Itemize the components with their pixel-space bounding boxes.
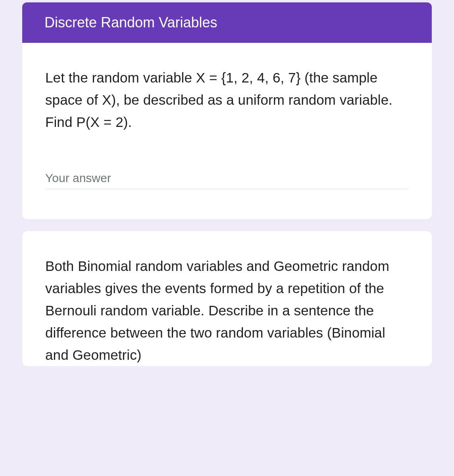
question-body-1: Let the random variable X = {1, 2, 4, 6,… <box>22 43 432 219</box>
answer-input-wrapper <box>45 169 409 189</box>
question-card-1: Discrete Random Variables Let the random… <box>22 2 432 219</box>
question-text-2: Both Binomial random variables and Geome… <box>45 255 409 366</box>
answer-input-1[interactable] <box>45 169 409 189</box>
section-title: Discrete Random Variables <box>44 14 217 31</box>
question-card-2: Both Binomial random variables and Geome… <box>22 231 432 366</box>
section-header: Discrete Random Variables <box>22 2 432 43</box>
question-text-1: Let the random variable X = {1, 2, 4, 6,… <box>45 67 409 133</box>
form-container: Discrete Random Variables Let the random… <box>0 0 454 366</box>
